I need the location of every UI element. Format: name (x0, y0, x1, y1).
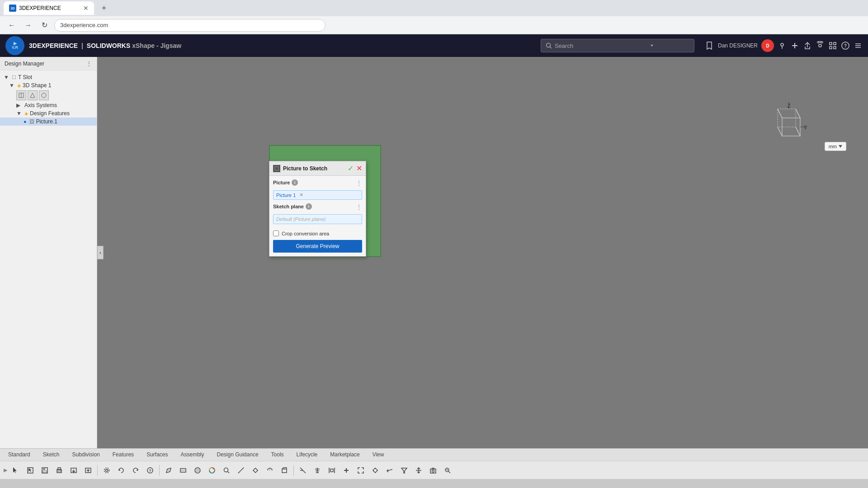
help-icon[interactable]: ? (841, 41, 850, 50)
tb-measure-button[interactable] (234, 464, 248, 477)
tb-redo-button[interactable] (129, 464, 142, 477)
new-tab-button[interactable]: + (98, 2, 110, 14)
dialog-ok-button[interactable]: ✓ (348, 164, 354, 173)
tab-standard[interactable]: Standard (2, 450, 37, 460)
sketch-plane-info-icon[interactable]: i (306, 203, 312, 210)
tab-marketplace[interactable]: Marketplace (324, 450, 366, 460)
tb-select-button[interactable] (9, 464, 23, 477)
generate-preview-button[interactable]: Generate Preview (273, 240, 362, 253)
tb-physics-button[interactable] (249, 464, 262, 477)
tb-export-button[interactable] (81, 464, 95, 477)
picture-info-icon[interactable]: i (292, 179, 298, 186)
tb-add-button[interactable] (340, 464, 353, 477)
sidebar-item-design-features[interactable]: ▼ ◈ Design Features (0, 109, 97, 117)
tb-filter-button[interactable] (397, 464, 411, 477)
tb-surface-button[interactable] (176, 464, 190, 477)
svg-rect-49 (58, 471, 61, 473)
svg-marker-90 (401, 468, 407, 473)
tb-move-button[interactable] (412, 464, 425, 477)
tb-save-button[interactable] (38, 464, 52, 477)
search-input[interactable] (555, 42, 645, 49)
tb-multi-select-button[interactable] (24, 464, 37, 477)
tab-tools[interactable]: Tools (265, 450, 290, 460)
sketch-plane-more-button[interactable]: ⋮ (356, 203, 362, 211)
tb-trim-button[interactable] (296, 464, 310, 477)
svg-point-66 (224, 468, 228, 472)
tab-assembly[interactable]: Assembly (174, 450, 210, 460)
app-logo-badge: ▶ V.R (5, 36, 24, 55)
tb-distribute-button[interactable] (325, 464, 339, 477)
tab-lifecycle[interactable]: Lifecycle (290, 450, 324, 460)
search-dropdown-icon[interactable] (650, 43, 654, 48)
user-avatar[interactable]: D (761, 39, 774, 52)
shape-icon-2[interactable] (28, 90, 38, 100)
tab-features[interactable]: Features (106, 450, 140, 460)
tb-focus-button[interactable] (368, 464, 382, 477)
sketch-plane-input[interactable] (273, 214, 362, 224)
svg-point-94 (432, 470, 434, 472)
more-icon[interactable] (854, 41, 863, 50)
crop-conversion-label[interactable]: Crop conversion area (282, 231, 329, 236)
tb-expand-button[interactable] (354, 464, 368, 477)
design-features-icon: ◈ (24, 111, 28, 117)
picture-more-button[interactable]: ⋮ (356, 179, 362, 187)
tb-zoom-button[interactable] (441, 464, 454, 477)
tb-undo2-button[interactable] (383, 464, 396, 477)
tb-undo-button[interactable] (114, 464, 128, 477)
refresh-button[interactable]: ↻ (38, 19, 51, 32)
bookmark-icon[interactable] (704, 41, 714, 51)
dialog-icon (273, 165, 280, 172)
sidebar-content: ▼ ☐ T Slot ▼ ◈ 3D Shape 1 (0, 70, 97, 448)
sidebar-options-button[interactable]: ⋮ (86, 60, 92, 67)
tab-view[interactable]: View (366, 450, 391, 460)
tb-sketch-button[interactable] (162, 464, 175, 477)
tb-rotation-button[interactable] (263, 464, 277, 477)
svg-text:3D: 3D (11, 7, 15, 10)
tab-surfaces[interactable]: Surfaces (140, 450, 174, 460)
sidebar-item-3dshape[interactable]: ▼ ◈ 3D Shape 1 (0, 81, 97, 89)
header-search-box[interactable] (541, 39, 694, 52)
dialog-cancel-button[interactable]: ✕ (356, 164, 362, 173)
3dshape-label: 3D Shape 1 (23, 82, 51, 89)
tb-camera-button[interactable] (426, 464, 440, 477)
tb-3d-button[interactable] (191, 464, 204, 477)
sidebar-item-tslot[interactable]: ▼ ☐ T Slot (0, 73, 97, 81)
tb-search-button[interactable] (220, 464, 233, 477)
pin-icon[interactable] (778, 41, 787, 50)
tab-design-guidance[interactable]: Design Guidance (211, 450, 265, 460)
add-icon[interactable] (790, 41, 799, 50)
crop-conversion-checkbox[interactable] (273, 230, 279, 236)
tab-close-button[interactable]: ✕ (83, 5, 89, 12)
share-icon[interactable] (803, 41, 812, 50)
axis-systems-label: Axis Systems (24, 102, 57, 108)
tb-box-button[interactable] (278, 464, 291, 477)
tb-print-button[interactable] (52, 464, 66, 477)
sidebar-header: Design Manager ⋮ (0, 57, 97, 70)
shape-icon-3[interactable] (39, 90, 49, 100)
browser-tab[interactable]: 3D 3DEXPERIENCE ✕ (4, 1, 94, 15)
sidebar: Design Manager ⋮ ▼ ☐ T Slot ▼ ◈ 3D Shape… (0, 57, 97, 448)
svg-rect-14 (834, 47, 836, 49)
address-bar[interactable]: 3dexperience.com (54, 19, 326, 32)
units-dropdown[interactable]: mm (825, 142, 846, 151)
svg-line-31 (778, 127, 782, 136)
forward-button[interactable]: → (22, 19, 34, 32)
grid-icon[interactable] (828, 41, 837, 50)
tb-help-button[interactable]: ? (143, 464, 157, 477)
svg-marker-43 (28, 468, 32, 472)
tb-align-button[interactable] (311, 464, 324, 477)
tab-subdivision[interactable]: Subdivision (66, 450, 106, 460)
shape-icon-1[interactable] (16, 90, 26, 100)
sidebar-item-axis-systems[interactable]: ▶ Axis Systems (0, 101, 97, 109)
axis-indicator: Z Y (764, 102, 814, 152)
tab-sketch[interactable]: Sketch (37, 450, 66, 460)
broadcast-icon[interactable] (816, 41, 825, 50)
svg-point-50 (61, 470, 61, 471)
tb-settings-button[interactable] (100, 464, 113, 477)
sidebar-item-picture1[interactable]: ● 🖼 Picture.1 (0, 117, 97, 126)
sidebar-collapse-button[interactable]: ‹ (97, 246, 104, 259)
tb-import-button[interactable] (67, 464, 80, 477)
picture-chip-remove[interactable]: ✕ (299, 192, 303, 198)
back-button[interactable]: ← (5, 19, 18, 32)
tb-color-button[interactable] (205, 464, 219, 477)
